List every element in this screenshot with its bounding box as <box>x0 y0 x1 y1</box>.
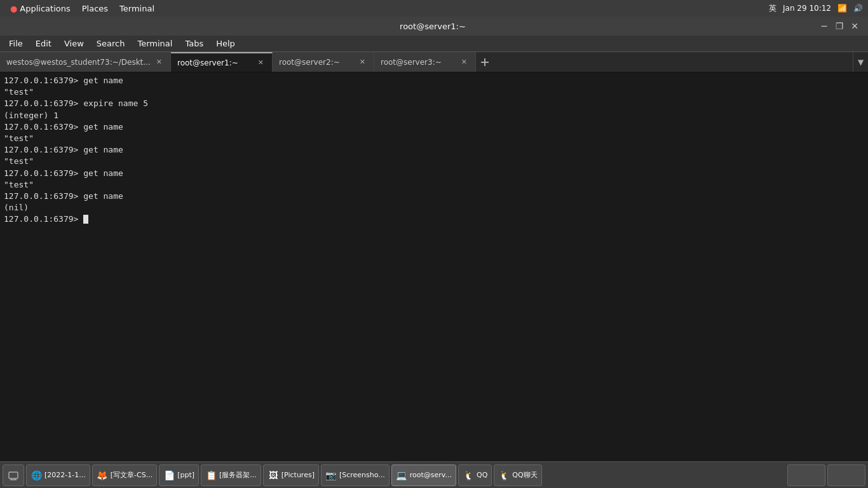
menu-search[interactable]: Search <box>90 37 132 50</box>
applications-menu[interactable]: ●Applications <box>5 3 76 15</box>
taskbar-item-icon-2: 📄 <box>163 470 175 481</box>
menu-tabs[interactable]: Tabs <box>179 37 210 50</box>
terminal-menu[interactable]: Terminal <box>114 3 159 15</box>
taskbar-item-label-0: [2022-1-1... <box>44 471 86 479</box>
title-bar: root@server1:~ ─ ❐ ✕ <box>0 17 868 36</box>
tab-server3[interactable]: root@server3:~ ✕ <box>374 52 476 72</box>
tab-label: root@server1:~ <box>177 58 238 67</box>
taskbar-item-icon-5: 📷 <box>325 470 337 481</box>
close-button[interactable]: ✕ <box>848 19 862 33</box>
tab-label: root@server3:~ <box>381 58 442 67</box>
taskbar-empty-2[interactable] <box>827 464 865 486</box>
datetime-display: Jan 29 10:12 <box>783 4 831 13</box>
wifi-icon: 📶 <box>837 4 847 13</box>
minimize-button[interactable]: ─ <box>817 19 831 33</box>
tab-close-2[interactable]: ✕ <box>256 58 266 67</box>
taskbar-right-area <box>787 464 865 486</box>
window-controls: ─ ❐ ✕ <box>817 19 862 33</box>
taskbar: 🌐[2022-1-1...🦊[写文章-CS...📄[ppt]📋[服务器架...🖼… <box>0 461 868 488</box>
taskbar-item-tb5[interactable]: 🖼[Pictures] <box>263 464 319 486</box>
svg-rect-2 <box>9 472 18 478</box>
taskbar-item-icon-8: 🐧 <box>498 470 510 481</box>
taskbar-empty-1[interactable] <box>787 464 825 486</box>
tab-label: westos@westos_student73:~/Deskt... <box>6 58 151 67</box>
system-bar-left: ●Applications Places Terminal <box>5 3 159 15</box>
language-indicator[interactable]: 英 <box>769 3 776 14</box>
taskbar-item-tb2[interactable]: 🦊[写文章-CS... <box>92 464 157 486</box>
taskbar-item-label-7: QQ <box>477 471 487 479</box>
taskbar-item-tb3[interactable]: 📄[ppt] <box>159 464 199 486</box>
taskbar-item-icon-6: 💻 <box>396 470 407 481</box>
tab-label: root@server2:~ <box>279 58 340 67</box>
taskbar-item-label-8: QQ聊天 <box>512 470 537 480</box>
tab-close-3[interactable]: ✕ <box>358 57 367 67</box>
svg-rect-1 <box>481 62 489 63</box>
system-bar-right: 英 Jan 29 10:12 📶 🔊 <box>769 3 863 14</box>
show-desktop-button[interactable] <box>3 464 24 486</box>
taskbar-item-tb4[interactable]: 📋[服务器架... <box>201 464 261 486</box>
taskbar-item-label-5: [Screensho... <box>339 471 385 479</box>
menu-view[interactable]: View <box>58 37 90 50</box>
window-title: root@server1:~ <box>48 22 817 31</box>
tab-server1[interactable]: root@server1:~ ✕ <box>171 52 273 72</box>
tab-close-4[interactable]: ✕ <box>459 57 469 67</box>
tab-server2[interactable]: root@server2:~ ✕ <box>273 52 374 72</box>
volume-icon: 🔊 <box>853 4 863 13</box>
places-menu[interactable]: Places <box>77 3 113 15</box>
new-tab-button[interactable] <box>476 52 494 72</box>
menu-file[interactable]: File <box>3 37 29 50</box>
tab-close-1[interactable]: ✕ <box>154 57 164 67</box>
tab-westos[interactable]: westos@westos_student73:~/Deskt... ✕ <box>0 52 171 72</box>
tabs-bar: westos@westos_student73:~/Deskt... ✕ roo… <box>0 52 868 72</box>
taskbar-item-icon-4: 🖼 <box>268 470 279 481</box>
taskbar-item-label-2: [ppt] <box>177 471 194 479</box>
menu-help[interactable]: Help <box>210 37 241 50</box>
taskbar-item-icon-0: 🌐 <box>31 470 42 481</box>
tabs-dropdown-button[interactable]: ▼ <box>853 52 868 72</box>
taskbar-item-label-3: [服务器架... <box>219 470 257 480</box>
taskbar-item-tb1[interactable]: 🌐[2022-1-1... <box>26 464 90 486</box>
taskbar-item-tb9[interactable]: 🐧QQ聊天 <box>494 464 541 486</box>
menu-edit[interactable]: Edit <box>29 37 58 50</box>
system-bar: ●Applications Places Terminal 英 Jan 29 1… <box>0 0 868 17</box>
taskbar-item-icon-3: 📋 <box>205 470 217 481</box>
menu-terminal[interactable]: Terminal <box>131 37 179 50</box>
terminal-content[interactable]: 127.0.0.1:6379> get name "test" 127.0.0.… <box>0 72 868 461</box>
taskbar-item-tb8[interactable]: 🐧QQ <box>458 464 492 486</box>
taskbar-item-label-6: root@serv... <box>410 471 452 479</box>
terminal-window: root@server1:~ ─ ❐ ✕ File Edit View Sear… <box>0 17 868 461</box>
taskbar-item-tb6[interactable]: 📷[Screensho... <box>321 464 390 486</box>
taskbar-item-icon-1: 🦊 <box>97 470 108 481</box>
taskbar-items: 🌐[2022-1-1...🦊[写文章-CS...📄[ppt]📋[服务器架...🖼… <box>26 464 542 486</box>
restore-button[interactable]: ❐ <box>832 19 846 33</box>
menu-bar: File Edit View Search Terminal Tabs Help <box>0 36 868 52</box>
taskbar-item-icon-7: 🐧 <box>463 470 474 481</box>
taskbar-item-tb7[interactable]: 💻root@serv... <box>391 464 456 486</box>
taskbar-item-label-1: [写文章-CS... <box>111 470 153 480</box>
taskbar-item-label-4: [Pictures] <box>281 471 315 479</box>
